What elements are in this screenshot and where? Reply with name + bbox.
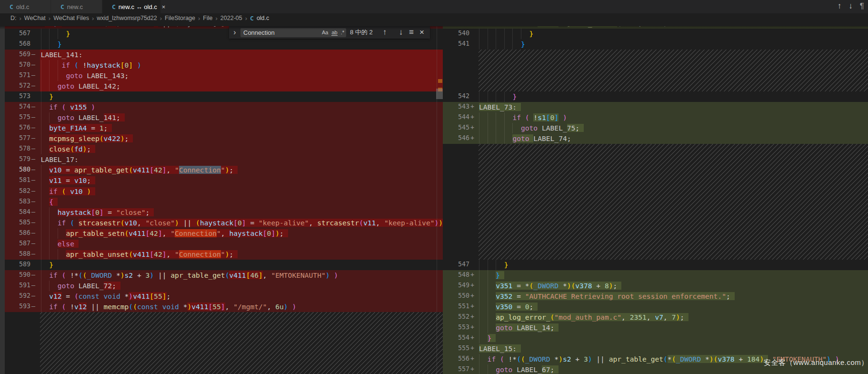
code-line-576[interactable]: 576— byte_F1A4 = 1;: [0, 123, 443, 133]
code-text: if ( !*((_DWORD *)s2 + 3) || apr_table_g…: [41, 270, 339, 281]
code-line-541[interactable]: 541 }: [443, 39, 868, 50]
c-file-icon: C: [60, 3, 64, 10]
breadcrumb-item[interactable]: D:: [10, 15, 17, 21]
line-number: 544: [443, 113, 469, 121]
code-line-569[interactable]: 569—LABEL_141:: [0, 50, 443, 60]
code-line-550[interactable]: 550+ v352 = "AUTHCACHE Retrieving root s…: [443, 291, 868, 302]
code-text: goto LABEL_72;: [41, 281, 120, 291]
line-number: 556: [443, 355, 469, 362]
code-line-543[interactable]: 543+LABEL_73:: [443, 102, 868, 112]
code-text: LABEL_15:: [479, 344, 521, 354]
code-text: goto LABEL_67;: [479, 364, 559, 374]
watermark: 安全客（www.anquanke.com）: [764, 358, 868, 367]
match-case-icon[interactable]: Aa: [322, 30, 328, 35]
breadcrumb-item[interactable]: WeChat: [24, 15, 46, 21]
code-line-577[interactable]: 577— mcpmsg_sleep(v422);: [0, 133, 443, 144]
breadcrumb-item[interactable]: 2022-05: [220, 15, 242, 21]
code-line-568[interactable]: 568 }: [0, 39, 443, 50]
code-line-584[interactable]: 584— haystack[0] = "close";: [0, 207, 443, 218]
diff-sign: +: [470, 134, 474, 142]
code-line-592[interactable]: 592— v12 = (const void *)v411[55];: [0, 291, 443, 302]
code-line-586[interactable]: 586— apr_table_setn(v411[42], "Connectio…: [0, 228, 443, 239]
code-line-583[interactable]: 583— {: [0, 197, 443, 207]
diff-sign: —: [31, 71, 35, 79]
code-line-547[interactable]: 547 }: [443, 260, 868, 270]
code-line-570[interactable]: 570— if ( !haystack[0] ): [0, 60, 443, 71]
code-line-589[interactable]: 589 }: [0, 260, 443, 270]
tab-label: old.c: [16, 3, 29, 10]
diff-pane-modified: 539+ v9 = v7; sub_41F2C0(v411, "a1")540 …: [443, 23, 868, 374]
line-number: 555: [443, 344, 469, 352]
code-line-585[interactable]: 585— if ( strcasestr(v10, "close") || (h…: [0, 218, 443, 228]
diff-sign: +: [470, 103, 474, 110]
code-line-573[interactable]: 573 }: [0, 91, 443, 102]
code-line-582[interactable]: 582— if ( v10 ): [0, 186, 443, 197]
diff-sign: —: [31, 166, 35, 173]
diff-sign: —: [31, 124, 35, 131]
code-line-542[interactable]: 542 }: [443, 91, 868, 102]
code-text: v11 = v10;: [41, 175, 95, 186]
line-number: 548: [443, 271, 469, 278]
tab-diff-new.c-old.c[interactable]: C new.c ↔ old.c ×: [102, 0, 161, 13]
tab-label: new.c: [67, 3, 83, 10]
code-line-571[interactable]: 571— goto LABEL_143;: [0, 71, 443, 81]
diff-sign: —: [31, 282, 35, 289]
code-line-546[interactable]: 546+ goto LABEL_74;: [443, 133, 868, 144]
diff-sign: —: [31, 303, 35, 310]
diff-sign: —: [31, 51, 35, 58]
code-line-580[interactable]: 580— v10 = apr_table_get(v411[42], "Conn…: [0, 165, 443, 175]
diff-sign: —: [31, 82, 35, 89]
breadcrumb-item[interactable]: FileStorage: [165, 15, 195, 21]
diff-sign: +: [470, 124, 474, 131]
code-line-579[interactable]: 579—LABEL_17:: [0, 154, 443, 165]
code-line-574[interactable]: 574— if ( v155 ): [0, 102, 443, 112]
line-number: 552: [443, 313, 469, 320]
code-line-549[interactable]: 549+ v351 = *(_DWORD *)(v378 + 8);: [443, 281, 868, 291]
code-line-575[interactable]: 575— goto LABEL_141;: [0, 112, 443, 123]
previous-change-icon[interactable]: ↑: [838, 1, 842, 11]
diff-sign: —: [31, 250, 35, 257]
code-line-572[interactable]: 572— goto LABEL_142;: [0, 81, 443, 91]
code-line-548[interactable]: 548+ }: [443, 270, 868, 281]
diff-filler-hatch: [40, 312, 443, 374]
diff-sign: —: [31, 198, 35, 205]
diff-sign: —: [31, 134, 35, 142]
editor-actions: ↑ ↓ ¶: [830, 1, 864, 11]
whole-word-icon[interactable]: ab: [331, 30, 337, 36]
code-line-588[interactable]: 588— apr_table_unset(v411[42], "Connecti…: [0, 249, 443, 260]
code-line-591[interactable]: 591— goto LABEL_72;: [0, 281, 443, 291]
line-number: 550: [443, 292, 469, 299]
diff-sign: +: [470, 282, 474, 289]
close-icon[interactable]: ×: [162, 3, 166, 10]
code-text: goto LABEL_75;: [479, 123, 584, 133]
code-line-587[interactable]: 587— else: [0, 239, 443, 249]
code-line-544[interactable]: 544+ if ( !s1[0] ): [443, 112, 868, 123]
code-line-593[interactable]: 593— if ( !v12 || memcmp((const void *)v…: [0, 302, 443, 312]
tab-bar: C old.c C new.c C new.c ↔ old.c × ↑ ↓ ¶: [0, 0, 868, 13]
code-text: if ( !v12 || memcmp((const void *)v411[5…: [41, 302, 297, 312]
breadcrumb-item[interactable]: WeChat Files: [53, 15, 89, 21]
code-line-553[interactable]: 553+ goto LABEL_14;: [443, 323, 868, 333]
breadcrumb-item[interactable]: old.c: [257, 15, 269, 21]
code-line-578[interactable]: 578— close(fd);: [0, 144, 443, 154]
code-line-590[interactable]: 590— if ( !*((_DWORD *)s2 + 3) || apr_ta…: [0, 270, 443, 281]
left-scrollbar-slider[interactable]: [436, 89, 443, 99]
code-line-554[interactable]: 554+ }: [443, 333, 868, 344]
regex-icon[interactable]: .*: [341, 30, 344, 35]
code-line-551[interactable]: 551+ v350 = 0;: [443, 302, 868, 312]
breadcrumb-item[interactable]: File: [203, 15, 212, 21]
code-line-545[interactable]: 545+ goto LABEL_75;: [443, 123, 868, 133]
tab-new.c[interactable]: C new.c: [51, 0, 102, 13]
diff-sign: —: [31, 187, 35, 194]
code-line-555[interactable]: 555+LABEL_15:: [443, 344, 868, 354]
code-line-581[interactable]: 581— v11 = v10;: [0, 175, 443, 186]
breadcrumb-item[interactable]: wxid_lzhwomsrp75d22: [97, 15, 157, 21]
code-text: v352 = "AUTHCACHE Retrieving root sessio…: [479, 291, 735, 302]
whitespace-icon[interactable]: ¶: [860, 1, 864, 11]
tab-old.c[interactable]: C old.c: [0, 0, 51, 13]
next-change-icon[interactable]: ↓: [848, 1, 853, 11]
code-line-552[interactable]: 552+ ap_log_error_("mod_auth_pam.c", 235…: [443, 312, 868, 323]
line-number: 543: [443, 103, 469, 110]
diff-sign: +: [470, 113, 474, 121]
code-line-540[interactable]: 540 }: [443, 29, 868, 39]
